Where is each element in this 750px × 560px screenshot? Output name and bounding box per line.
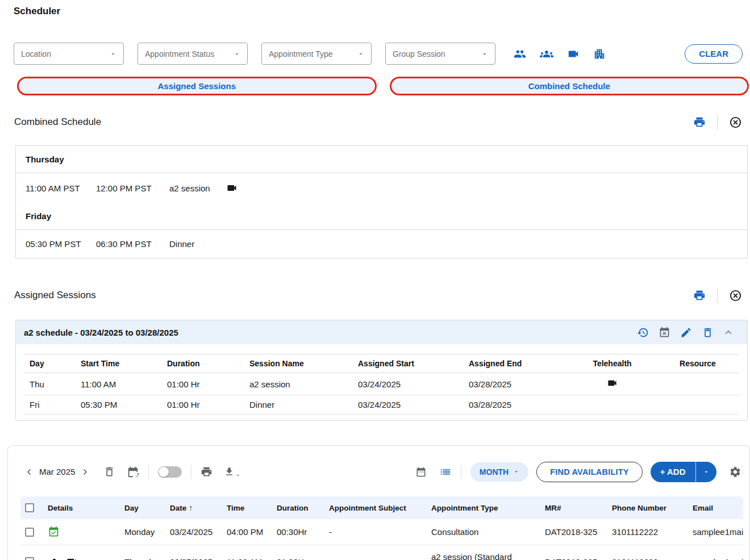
chevron-down-icon (481, 51, 488, 57)
next-month-button[interactable] (80, 466, 91, 478)
clear-button[interactable]: CLEAR (685, 44, 743, 64)
divider (717, 115, 718, 129)
delete-button[interactable] (702, 327, 714, 338)
print-button[interactable] (693, 289, 706, 302)
cell-day: Thursday (120, 545, 165, 560)
print-icon (693, 116, 706, 128)
col-resource: Resource (656, 354, 739, 373)
schedule-card-header: a2 schedule - 03/24/2025 to 03/28/2025 (16, 320, 747, 344)
table-row: Thursday 03/27/2025 11:00 AM 01:00Hr - a… (20, 545, 743, 560)
calendar-view-button[interactable] (415, 466, 427, 478)
col-mr-number: MR# (540, 496, 607, 519)
find-availability-button[interactable]: FIND AVAILABILITY (536, 462, 642, 482)
divider (148, 465, 149, 479)
col-day: Day (24, 354, 75, 373)
delete-appointments-button[interactable] (103, 466, 115, 478)
cell-duration: 01:00Hr (272, 545, 324, 560)
close-button[interactable] (729, 289, 742, 302)
history-button[interactable] (637, 327, 649, 338)
settings-button[interactable] (729, 466, 741, 478)
appointment-type-dropdown[interactable]: Appointment Type (261, 43, 372, 65)
event-end-time: 12:00 PM PST (96, 183, 169, 193)
col-phone-number: Phone Number (607, 496, 688, 519)
day-header: Friday (16, 203, 747, 230)
event-start-time: 05:30 PM PST (26, 239, 96, 249)
edit-calendar-button[interactable] (127, 466, 139, 478)
toggle-switch[interactable] (158, 466, 182, 478)
cell-duration: 01:00 Hr (161, 395, 244, 415)
assigned-sessions-button[interactable]: Assigned Sessions (17, 77, 377, 95)
cell-assigned-start: 03/24/2025 (352, 395, 463, 415)
list-view-icon (439, 466, 452, 478)
assigned-sessions-table: Day Start Time Duration Session Name Ass… (24, 354, 739, 415)
divider (461, 465, 461, 479)
table-row: Fri 05:30 PM 01:00 Hr Dinner 03/24/2025 … (24, 395, 739, 415)
edit-button[interactable] (680, 327, 692, 338)
chevron-down-icon (703, 469, 710, 475)
cell-resource (656, 373, 739, 395)
row-checkbox[interactable] (25, 528, 34, 537)
schedule-event-row: 11:00 AM PST 12:00 PM PST a2 session (16, 173, 747, 203)
chevron-down-icon (110, 51, 116, 57)
chevron-down-icon (234, 51, 240, 57)
divider (717, 288, 718, 303)
table-row: Monday 03/24/2025 04:00 PM 00:30Hr - Con… (20, 519, 743, 545)
group-session-dropdown[interactable]: Group Session (385, 43, 495, 65)
appointments-table: Details Day Date↑ Time Duration Appointm… (20, 496, 743, 560)
cell-time: 04:00 PM (222, 519, 272, 545)
print-icon (693, 289, 706, 302)
groups-icon (540, 47, 553, 61)
cell-day: Thu (24, 373, 75, 395)
print-icon (201, 466, 213, 478)
cell-type: Consultation (427, 519, 540, 545)
calendar-busy-button[interactable] (659, 327, 670, 338)
list-view-button[interactable] (439, 466, 452, 478)
cell-assigned-start: 03/24/2025 (352, 373, 463, 395)
download-button[interactable]: ⌄ (224, 466, 240, 477)
cell-email: samplee1mail@ (688, 545, 743, 560)
calendar-card: Mar 2025 ⌄ (7, 445, 750, 560)
row-checkbox[interactable] (25, 557, 34, 560)
close-circle-icon (729, 116, 742, 129)
print-button[interactable] (201, 466, 213, 478)
video-camera-icon (226, 182, 238, 194)
chevron-left-icon (24, 467, 34, 477)
location-dropdown[interactable]: Location (14, 43, 124, 65)
col-date[interactable]: Date↑ (165, 496, 222, 519)
trash-icon (702, 327, 714, 338)
add-button[interactable]: + ADD (651, 462, 695, 482)
col-email: Email (688, 496, 743, 519)
assigned-sessions-title: Assigned Sessions (14, 290, 96, 301)
select-all-checkbox[interactable] (25, 503, 34, 512)
toggle-knob (159, 467, 169, 477)
col-date-label: Date (170, 504, 186, 512)
event-start-time: 11:00 AM PST (26, 183, 96, 193)
col-appointment-type: Appointment Type (427, 496, 540, 519)
event-name: Dinner (169, 239, 213, 249)
col-assigned-start: Assigned Start (352, 354, 463, 373)
add-dropdown-button[interactable] (696, 462, 716, 482)
calendar-check-icon (48, 526, 60, 538)
print-button[interactable] (693, 116, 706, 128)
combined-schedule-button[interactable]: Combined Schedule (390, 77, 749, 95)
combined-schedule-table: Thursday 11:00 AM PST 12:00 PM PST a2 se… (15, 145, 748, 258)
edit-pencil-icon (680, 327, 692, 338)
schedule-card: a2 schedule - 03/24/2025 to 03/28/2025 (15, 320, 748, 421)
video-camera-icon (607, 378, 618, 388)
appointment-status-dropdown-label: Appointment Status (145, 49, 234, 58)
scheduler-page: Scheduler Location Appointment Status Ap… (0, 0, 750, 560)
previous-month-button[interactable] (23, 466, 35, 478)
cell-phone: 3101112222 (607, 545, 688, 560)
close-button[interactable] (729, 116, 742, 129)
view-mode-dropdown[interactable]: MONTH (470, 462, 528, 482)
cell-duration: 01:00 Hr (161, 373, 244, 395)
trash-icon (103, 466, 115, 478)
appointment-status-dropdown[interactable]: Appointment Status (138, 43, 248, 65)
cell-select (20, 545, 43, 560)
table-row: Thu 11:00 AM 01:00 Hr a2 session 03/24/2… (24, 373, 739, 395)
calendar-toolbar: Mar 2025 ⌄ (23, 461, 741, 482)
collapse-button[interactable] (723, 327, 734, 337)
people-icon (514, 48, 526, 60)
chevron-down-icon (357, 51, 364, 57)
calendar-edit-icon (127, 466, 139, 478)
